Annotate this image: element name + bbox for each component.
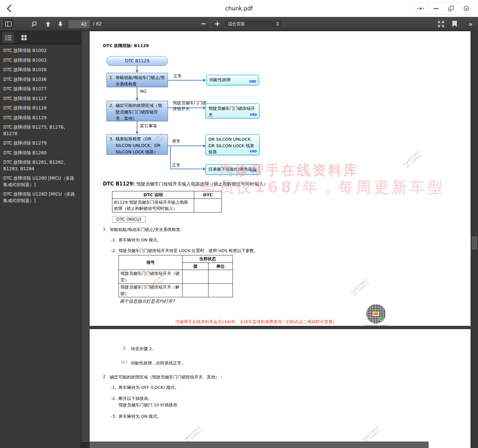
step-2-2b-text: 驾驶员侧车门锁闩 10 针插接器: [119, 402, 177, 408]
outline-item[interactable]: DTC 故障排除 B1129: [0, 113, 81, 123]
previous-page-button[interactable]: [44, 19, 53, 29]
outline-item[interactable]: DTC 故障排除 B1128: [0, 103, 81, 113]
list-number: -1.: [111, 237, 116, 243]
zoom-out-button[interactable]: −: [199, 19, 208, 29]
double-chevron-icon: »: [469, 20, 472, 28]
scrollbar-thumb[interactable]: [472, 237, 477, 250]
flow-step-1: 1. 智能钥匙/电动车门锁止/安全系统检查: [107, 73, 168, 87]
restore-icon: [448, 6, 454, 11]
qr-green-badge: [379, 317, 383, 321]
sidebar-header: [0, 31, 81, 45]
dtc-heading-code: DTC B1129:: [103, 181, 135, 187]
outline-item[interactable]: DTC 故障排除 B1279: [0, 138, 81, 148]
dtc-heading: DTC B1129: 驾驶员侧车门按钮开关输入电路故障（锁止和解锁信号同时输入）: [103, 181, 268, 188]
outline-item[interactable]: DTC 故障排除 B1127: [0, 94, 81, 104]
watermark-text: 汽修帮手资料库: [402, 150, 421, 167]
flow-connector: [137, 87, 137, 98]
outline-item[interactable]: DTC 故障排除 B1028: [0, 65, 81, 75]
end-label: DR SILCON UNLOCK、DR SILCON LOCK 线束短路: [208, 137, 255, 154]
list-number: -2.: [111, 248, 116, 254]
step-1-2-text: 驾驶员侧车门门锁按钮开关转至 LOCK 位置时，使用 HDS 检查以下参数。: [119, 248, 258, 254]
table-cell-empty: [182, 270, 208, 284]
vertical-scrollbar[interactable]: [471, 31, 478, 448]
step-number: 1.: [109, 74, 113, 81]
watermark-text: 汽修帮手资料库: [182, 425, 201, 442]
flow-connector: [168, 108, 204, 108]
scrollbar-corner: [81, 441, 89, 448]
sidebar-toggle-button[interactable]: [3, 19, 14, 29]
arrow-down-icon: [57, 21, 63, 27]
thumbnails-icon: [21, 35, 27, 41]
dtc-description-table: DTC 说明 DTC B1129 驾驶员侧车门按钮开关输入电路故障（锁止和解锁信…: [112, 191, 222, 212]
watermark-diagonal: 汽修帮手资料库 ID: 7496002: [350, 278, 371, 298]
bookmark-button[interactable]: [450, 19, 459, 29]
end-tag: END: [249, 80, 256, 84]
zoom-in-button[interactable]: +: [212, 19, 222, 29]
more-options-button[interactable]: [413, 3, 428, 14]
flow-connector: [170, 169, 204, 169]
record-button[interactable]: [459, 3, 474, 14]
flow-connector: [168, 80, 204, 81]
flow-connector: [137, 66, 137, 70]
table-header: DTC: [194, 191, 222, 199]
watermark-id: ID: 7496002: [352, 280, 371, 298]
outline-item[interactable]: DTC 故障排除 B1002: [0, 46, 81, 56]
answer-no-text: 间歇性故障，此时系统正常。: [131, 360, 186, 366]
zoom-out-icon: −: [201, 20, 207, 27]
qr-caption-line1: 扫码查询全球车型资料库: [362, 325, 390, 326]
step-label: 智能钥匙/电动车门锁止/安全系统检查: [116, 75, 165, 86]
question-text: 两个信息指示灯是否均打开?: [120, 298, 175, 305]
pdf-page-2: 是 转至步骤 2。 NO 间歇性故障，此时系统正常。 2. 确定可能的故障区域（…: [90, 329, 471, 448]
signal-status-table: 信号 当前状态 值 单位 驾驶员侧车门门锁按钮开关（锁定） 驾驶员侧车门门锁按钮…: [119, 255, 233, 297]
flow-connector: [168, 146, 204, 146]
outline-item[interactable]: DTC 故障排除 B1281, B1282, B1283, B1284: [0, 158, 81, 173]
outline-item[interactable]: DTC 故障排除 B1077: [0, 84, 81, 94]
flow-end-1: 间歇性故障 END: [206, 75, 259, 85]
next-page-button[interactable]: [56, 19, 65, 29]
table-header: 值: [182, 262, 208, 270]
pdf-page-1: DTC 故障排除: B1129 DTC B1129 1. 智能钥匙/电动车门锁止…: [90, 31, 471, 326]
outline-item[interactable]: DTC 故障排除 B1280: [0, 148, 81, 158]
more-tools-button[interactable]: »: [465, 19, 475, 29]
zoom-mode-select[interactable]: 适合页面: [224, 19, 282, 29]
flow-step-2: 2. 确定可能的故障区域（驾驶员侧车门门锁按钮开关、其他）: [107, 101, 168, 121]
list-number: 1.: [103, 226, 107, 232]
bookmark-icon: [452, 21, 457, 27]
outline-item[interactable]: DTC 故障排除 B1003: [0, 56, 81, 65]
arrow-up-icon: [45, 21, 51, 27]
fullscreen-button[interactable]: [436, 19, 446, 29]
pdf-toolbar: / 82 − + 适合页面 »: [0, 17, 478, 31]
step-number: 2.: [109, 102, 113, 109]
edge-label-normal: 正常: [173, 73, 182, 79]
end-label: 驾驶员侧车门门锁按钮开关: [208, 106, 255, 117]
list-number: 2.: [103, 374, 107, 379]
fullscreen-icon: [437, 20, 445, 28]
outline-item[interactable]: DTC 故障排除 U1280 [MICU（多路集成式控制器）]: [0, 173, 81, 189]
step-1-text: 智能钥匙/电动车门锁止/安全系统检查:: [110, 227, 182, 233]
flow-end-4: 仪表板下保险丝/继电器盒 END: [205, 164, 260, 175]
step-2-1-text: 将车辆转为 OFF (LOCK) 模式。: [119, 385, 179, 391]
page-number-input[interactable]: [68, 19, 90, 29]
thumbnails-view-button[interactable]: [18, 32, 30, 43]
dtc-micu-button[interactable]: DTC (MICU): [112, 216, 145, 223]
qr-code: [366, 304, 386, 324]
list-number: -2.: [111, 396, 116, 402]
outline-item[interactable]: DTC 故障排除 B1036: [0, 75, 81, 84]
restore-button[interactable]: [444, 3, 459, 14]
flow-start-node: DTC B1129: [107, 56, 168, 66]
step-number: 3.: [109, 136, 113, 142]
record-icon: [464, 6, 469, 11]
outline-item[interactable]: DTC 故障排除 B1275, B1276, B1278: [0, 122, 81, 138]
dtc-heading-desc: 驾驶员侧车门按钮开关输入电路故障（锁止和解锁信号同时输入）: [135, 181, 268, 186]
step-1-1-text: 将车辆转为 ON 模式。: [119, 237, 161, 243]
list-number: -1.: [111, 385, 116, 391]
outline-view-button[interactable]: [3, 32, 14, 43]
table-header: 信号: [119, 255, 182, 270]
flow-connector: [170, 146, 171, 169]
search-button[interactable]: [30, 19, 40, 29]
minimize-button[interactable]: [428, 3, 444, 14]
titlebar: chunk.pdf: [0, 0, 478, 17]
arrow-right-icon: [203, 79, 206, 82]
outline-item[interactable]: DTC 故障排除 U128D [MICU（多路集成式控制器）]: [0, 189, 81, 205]
sidebar-toggle-icon: [5, 21, 12, 27]
